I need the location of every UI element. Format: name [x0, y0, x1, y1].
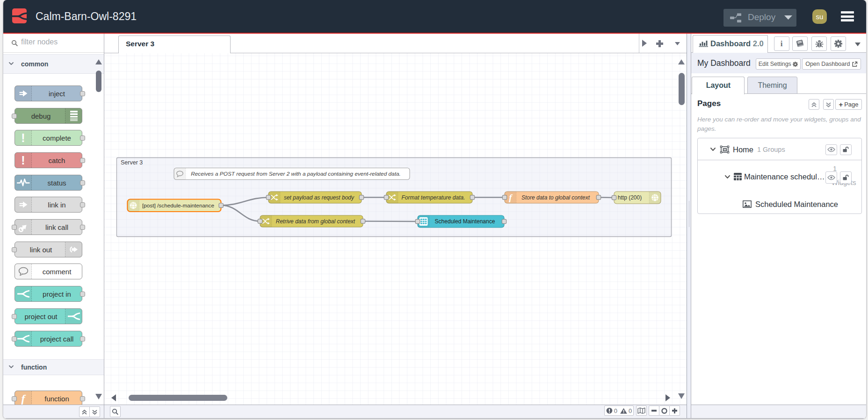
- svg-text:Store data to global context: Store data to global context: [521, 194, 590, 201]
- svg-text:Retrive data from global conte: Retrive data from global context: [276, 218, 355, 225]
- svg-text:[post] /schedule-maintenance: [post] /schedule-maintenance: [142, 202, 215, 209]
- svg-text:Receives a POST request from S: Receives a POST request from Server 2 wi…: [191, 171, 401, 177]
- svg-text:http (200): http (200): [618, 194, 642, 201]
- svg-text:set payload as request body: set payload as request body: [284, 194, 354, 201]
- svg-text:Server 3: Server 3: [121, 159, 143, 166]
- svg-text:Format temperature data.: Format temperature data.: [401, 194, 465, 201]
- svg-text:Scheduled Maintenance: Scheduled Maintenance: [435, 218, 495, 225]
